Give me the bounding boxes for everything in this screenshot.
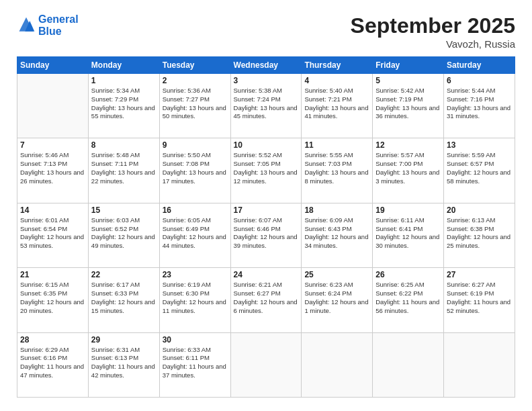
day-number: 15 [91,205,157,215]
day-info: Sunrise: 6:09 AMSunset: 6:43 PMDaylight:… [304,216,369,250]
day-number: 19 [375,205,441,215]
calendar-header-thursday: Thursday [302,57,373,74]
header: General Blue September 2025 Vavozh, Russ… [17,13,515,50]
day-info: Sunrise: 5:48 AMSunset: 7:11 PMDaylight:… [91,151,157,185]
day-number: 22 [91,270,157,279]
calendar-cell: 5Sunrise: 5:42 AMSunset: 7:19 PMDaylight… [373,74,444,138]
day-info: Sunrise: 6:17 AMSunset: 6:33 PMDaylight:… [91,281,157,315]
day-info: Sunrise: 6:01 AMSunset: 6:54 PMDaylight:… [20,216,85,250]
calendar-week-2: 7Sunrise: 5:46 AMSunset: 7:13 PMDaylight… [17,138,515,203]
calendar-cell: 15Sunrise: 6:03 AMSunset: 6:52 PMDayligh… [88,203,159,267]
day-number: 20 [447,205,512,215]
calendar-cell [302,332,373,397]
day-number: 2 [163,76,228,85]
calendar-cell: 18Sunrise: 6:09 AMSunset: 6:43 PMDayligh… [302,203,373,267]
day-info: Sunrise: 5:44 AMSunset: 7:16 PMDaylight:… [447,87,512,121]
day-number: 6 [447,76,512,85]
calendar-week-4: 21Sunrise: 6:15 AMSunset: 6:35 PMDayligh… [17,268,515,332]
day-info: Sunrise: 6:33 AMSunset: 6:11 PMDaylight:… [163,346,228,380]
day-info: Sunrise: 5:34 AMSunset: 7:29 PMDaylight:… [91,87,157,121]
calendar-header-friday: Friday [373,57,444,74]
day-info: Sunrise: 5:57 AMSunset: 7:00 PMDaylight:… [375,151,441,185]
day-info: Sunrise: 6:31 AMSunset: 6:13 PMDaylight:… [91,346,157,380]
day-number: 5 [375,76,441,85]
day-info: Sunrise: 6:23 AMSunset: 6:24 PMDaylight:… [304,281,369,315]
day-number: 28 [20,335,85,345]
calendar-cell: 16Sunrise: 6:05 AMSunset: 6:49 PMDayligh… [159,203,230,267]
calendar-header-tuesday: Tuesday [159,57,230,74]
day-number: 14 [20,205,85,215]
calendar-cell: 14Sunrise: 6:01 AMSunset: 6:54 PMDayligh… [17,203,89,267]
day-number: 1 [91,76,157,85]
calendar-cell: 19Sunrise: 6:11 AMSunset: 6:41 PMDayligh… [373,203,444,267]
calendar-cell: 8Sunrise: 5:48 AMSunset: 7:11 PMDaylight… [88,138,159,203]
calendar-cell: 29Sunrise: 6:31 AMSunset: 6:13 PMDayligh… [88,332,159,397]
day-info: Sunrise: 6:03 AMSunset: 6:52 PMDaylight:… [91,216,157,250]
day-info: Sunrise: 6:19 AMSunset: 6:30 PMDaylight:… [163,281,228,315]
calendar-cell: 26Sunrise: 6:25 AMSunset: 6:22 PMDayligh… [373,268,444,332]
day-info: Sunrise: 6:13 AMSunset: 6:38 PMDaylight:… [447,216,512,250]
calendar-cell: 13Sunrise: 5:59 AMSunset: 6:57 PMDayligh… [444,138,515,203]
calendar-header-sunday: Sunday [17,57,89,74]
calendar-cell: 30Sunrise: 6:33 AMSunset: 6:11 PMDayligh… [159,332,230,397]
calendar-cell: 1Sunrise: 5:34 AMSunset: 7:29 PMDaylight… [88,74,159,138]
day-number: 27 [447,270,512,279]
calendar-header-monday: Monday [88,57,159,74]
calendar-cell: 27Sunrise: 6:27 AMSunset: 6:19 PMDayligh… [444,268,515,332]
day-info: Sunrise: 5:38 AMSunset: 7:24 PMDaylight:… [234,87,299,121]
day-number: 25 [304,270,369,279]
logo: General Blue [17,13,79,37]
calendar-cell: 28Sunrise: 6:29 AMSunset: 6:16 PMDayligh… [17,332,89,397]
calendar-cell: 11Sunrise: 5:55 AMSunset: 7:03 PMDayligh… [302,138,373,203]
day-number: 26 [375,270,441,279]
day-number: 8 [91,140,157,150]
calendar-cell: 22Sunrise: 6:17 AMSunset: 6:33 PMDayligh… [88,268,159,332]
day-number: 30 [163,335,228,345]
day-number: 12 [375,140,441,150]
day-number: 4 [304,76,369,85]
day-number: 23 [163,270,228,279]
day-number: 3 [234,76,299,85]
calendar-cell [373,332,444,397]
logo-text: General Blue [38,13,79,37]
day-info: Sunrise: 5:59 AMSunset: 6:57 PMDaylight:… [447,151,512,185]
calendar-cell: 24Sunrise: 6:21 AMSunset: 6:27 PMDayligh… [230,268,302,332]
calendar-header-wednesday: Wednesday [230,57,302,74]
logo-icon [17,16,36,35]
day-info: Sunrise: 5:42 AMSunset: 7:19 PMDaylight:… [375,87,441,121]
calendar-header-row: SundayMondayTuesdayWednesdayThursdayFrid… [17,57,515,74]
calendar-week-3: 14Sunrise: 6:01 AMSunset: 6:54 PMDayligh… [17,203,515,267]
day-number: 11 [304,140,369,150]
day-number: 18 [304,205,369,215]
calendar-cell: 9Sunrise: 5:50 AMSunset: 7:08 PMDaylight… [159,138,230,203]
day-info: Sunrise: 5:40 AMSunset: 7:21 PMDaylight:… [304,87,369,121]
page: General Blue September 2025 Vavozh, Russ… [0,0,532,411]
day-info: Sunrise: 6:29 AMSunset: 6:16 PMDaylight:… [20,346,85,380]
calendar-cell: 21Sunrise: 6:15 AMSunset: 6:35 PMDayligh… [17,268,89,332]
day-info: Sunrise: 6:21 AMSunset: 6:27 PMDaylight:… [234,281,299,315]
month-title: September 2025 [351,13,515,38]
title-block: September 2025 Vavozh, Russia [351,13,515,50]
calendar-cell: 3Sunrise: 5:38 AMSunset: 7:24 PMDaylight… [230,74,302,138]
calendar-cell: 25Sunrise: 6:23 AMSunset: 6:24 PMDayligh… [302,268,373,332]
calendar-cell [17,74,89,138]
day-info: Sunrise: 6:15 AMSunset: 6:35 PMDaylight:… [20,281,85,315]
day-info: Sunrise: 6:07 AMSunset: 6:46 PMDaylight:… [234,216,299,250]
day-info: Sunrise: 6:27 AMSunset: 6:19 PMDaylight:… [447,281,512,315]
day-number: 9 [163,140,228,150]
day-number: 13 [447,140,512,150]
day-number: 21 [20,270,85,279]
calendar-cell [230,332,302,397]
day-info: Sunrise: 5:52 AMSunset: 7:05 PMDaylight:… [234,151,299,185]
day-info: Sunrise: 5:46 AMSunset: 7:13 PMDaylight:… [20,151,85,185]
calendar-cell: 10Sunrise: 5:52 AMSunset: 7:05 PMDayligh… [230,138,302,203]
calendar: SundayMondayTuesdayWednesdayThursdayFrid… [17,56,515,398]
calendar-cell: 4Sunrise: 5:40 AMSunset: 7:21 PMDaylight… [302,74,373,138]
calendar-cell: 12Sunrise: 5:57 AMSunset: 7:00 PMDayligh… [373,138,444,203]
calendar-cell: 7Sunrise: 5:46 AMSunset: 7:13 PMDaylight… [17,138,89,203]
calendar-cell: 6Sunrise: 5:44 AMSunset: 7:16 PMDaylight… [444,74,515,138]
calendar-cell: 17Sunrise: 6:07 AMSunset: 6:46 PMDayligh… [230,203,302,267]
calendar-cell: 2Sunrise: 5:36 AMSunset: 7:27 PMDaylight… [159,74,230,138]
day-info: Sunrise: 6:25 AMSunset: 6:22 PMDaylight:… [375,281,441,315]
day-number: 10 [234,140,299,150]
